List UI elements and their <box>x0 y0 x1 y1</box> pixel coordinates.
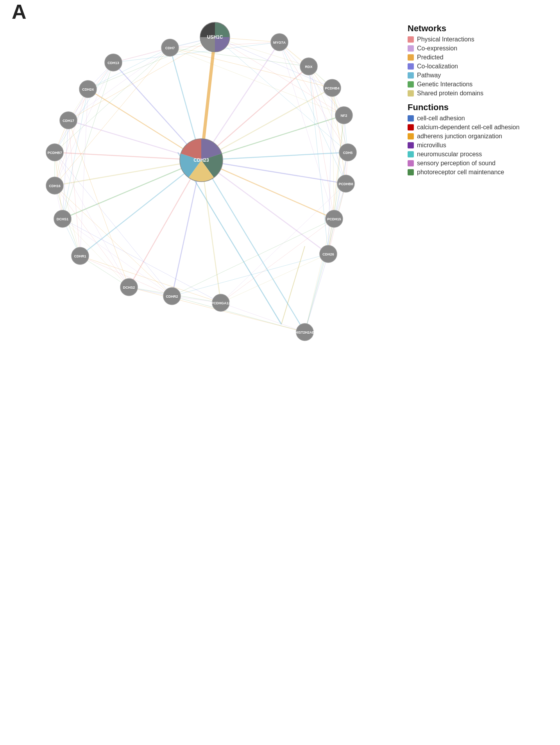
svg-text:CDH24: CDH24 <box>82 88 94 91</box>
legend-network-item: Co-localization <box>408 63 556 70</box>
legend-function-item: photoreceptor cell maintenance <box>408 169 556 176</box>
svg-text:CDH5: CDH5 <box>343 151 353 155</box>
svg-line-91 <box>170 48 344 115</box>
svg-text:CDH26: CDH26 <box>322 252 334 256</box>
svg-line-31 <box>55 186 172 296</box>
legend-function-item: neuromuscular process <box>408 151 556 158</box>
svg-line-95 <box>170 48 309 66</box>
svg-text:MYO7A: MYO7A <box>273 41 286 45</box>
svg-line-102 <box>113 42 279 63</box>
svg-line-28 <box>172 219 334 296</box>
legend-network-item: Co-expression <box>408 45 556 52</box>
svg-line-16 <box>305 254 328 332</box>
svg-text:USH1C: USH1C <box>207 34 223 40</box>
svg-text:PCDHGA12: PCDHGA12 <box>211 301 230 305</box>
svg-line-5 <box>172 296 305 332</box>
svg-text:CDH7: CDH7 <box>165 46 175 50</box>
legend-a-networks-title: Networks <box>408 23 556 34</box>
network-a-svg: USH1CMYO7ACDH7RDXCDH13PCDHB4CDH24NF2CDH1… <box>0 8 371 371</box>
svg-line-3 <box>221 303 305 332</box>
legend-a-networks: Physical InteractionsCo-expressionPredic… <box>408 36 556 97</box>
svg-text:PCDHB8: PCDHB8 <box>338 182 353 186</box>
svg-text:CDH23: CDH23 <box>193 157 209 163</box>
legend-network-item: Physical Interactions <box>408 36 556 43</box>
legend-network-item: Predicted <box>408 54 556 61</box>
legend-network-item: Shared protein domains <box>408 90 556 97</box>
svg-line-30 <box>55 160 201 186</box>
svg-text:CDHR1: CDHR1 <box>74 254 86 258</box>
svg-line-77 <box>55 63 113 152</box>
legend-function-item: cell-cell adhesion <box>408 115 556 122</box>
svg-text:DCHS2: DCHS2 <box>123 286 135 289</box>
svg-text:PCDHB4: PCDHB4 <box>325 86 339 90</box>
network-a-container: USH1CMYO7ACDH7RDXCDH13PCDHB4CDH24NF2CDH1… <box>0 0 371 375</box>
panel-a: A USH1CMYO7ACDH7RDXCDH13PCDHB4CDH24NF2CD… <box>0 0 560 375</box>
legend-a-functions: cell-cell adhesioncalcium-dependent cell… <box>408 115 556 176</box>
legend-network-item: Genetic Interactions <box>408 81 556 88</box>
svg-line-9 <box>129 160 201 287</box>
svg-line-107 <box>68 37 215 120</box>
svg-line-13 <box>80 256 221 303</box>
svg-text:DCHS1: DCHS1 <box>57 217 69 221</box>
svg-text:CDHR2: CDHR2 <box>166 295 178 298</box>
svg-line-81 <box>309 66 328 254</box>
legend-function-item: calcium-dependent cell-cell adhesion <box>408 124 556 131</box>
svg-text:HIST2H2AB: HIST2H2AB <box>295 331 315 334</box>
svg-text:CDH17: CDH17 <box>63 119 74 123</box>
svg-line-100 <box>279 42 344 115</box>
legend-function-item: microvillus <box>408 142 556 149</box>
svg-line-12 <box>80 160 201 256</box>
svg-line-17 <box>201 160 328 254</box>
svg-line-27 <box>221 219 334 303</box>
svg-line-32 <box>55 186 129 287</box>
svg-text:PCDH15: PCDH15 <box>327 217 341 221</box>
svg-line-18 <box>221 254 328 303</box>
svg-text:RDX: RDX <box>305 65 312 69</box>
legend-a-functions-title: Functions <box>408 102 556 113</box>
legend-function-item: adherens junction organization <box>408 133 556 140</box>
svg-text:NF2: NF2 <box>340 114 347 118</box>
svg-line-36 <box>201 160 346 184</box>
legend-function-item: sensory perception of sound <box>408 160 556 167</box>
legend-a: Networks Physical InteractionsCo-express… <box>408 23 556 178</box>
svg-line-63 <box>80 89 88 256</box>
svg-text:PCDHB7: PCDHB7 <box>47 151 62 155</box>
svg-line-92 <box>88 48 170 89</box>
legend-network-item: Pathway <box>408 72 556 79</box>
svg-line-99 <box>279 42 348 152</box>
svg-text:CDH13: CDH13 <box>107 61 119 65</box>
svg-line-25 <box>305 219 334 332</box>
svg-text:CDH16: CDH16 <box>49 184 61 188</box>
